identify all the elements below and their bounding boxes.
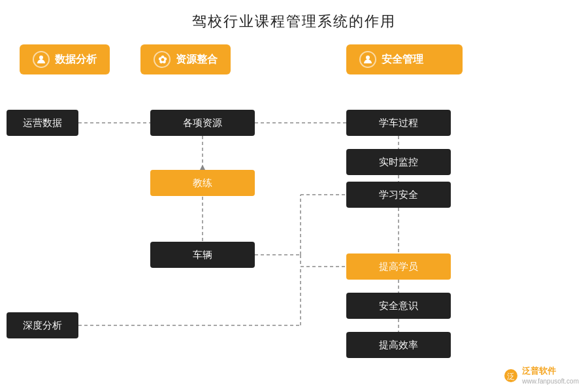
safety-text: 安全管理 [382, 53, 423, 67]
svg-text:提高学员: 提高学员 [379, 261, 418, 272]
svg-text:安全意识: 安全意识 [379, 300, 418, 311]
svg-marker-16 [200, 165, 205, 170]
category-data-analysis: 运营数据 数据分析 [20, 44, 110, 74]
diagram-svg: 运营数据 各项资源 教练 车辆 深度分析 学车过程 实时监控 学习安全 提高学员… [0, 85, 588, 385]
resource-text: 资源整合 [176, 53, 218, 67]
svg-text:学习安全: 学习安全 [379, 189, 418, 200]
watermark-text: 泛普软件 www.fanpusoft.com [522, 366, 579, 385]
resource-icon: ✿ [154, 51, 171, 68]
watermark-name: 泛普软件 [522, 366, 579, 377]
data-analysis-text: 数据分析 [55, 53, 97, 67]
svg-text:各项资源: 各项资源 [183, 117, 222, 128]
svg-point-0 [39, 56, 43, 59]
svg-text:深度分析: 深度分析 [23, 319, 62, 331]
svg-text:教练: 教练 [193, 177, 212, 188]
safety-icon [359, 51, 376, 68]
watermark-url: www.fanpusoft.com [522, 377, 579, 385]
svg-point-1 [366, 56, 370, 59]
svg-text:实时监控: 实时监控 [379, 156, 418, 167]
data-analysis-icon [33, 51, 50, 68]
category-safety: 安全管理 [346, 44, 463, 74]
svg-text:提高效率: 提高效率 [379, 339, 418, 350]
svg-text:运营数据: 运营数据 [23, 117, 62, 128]
watermark-logo-icon: 泛 [504, 368, 518, 383]
watermark: 泛 泛普软件 www.fanpusoft.com [504, 366, 579, 385]
svg-text:车辆: 车辆 [193, 249, 212, 260]
category-resource: ✿ 资源整合 [140, 44, 231, 74]
svg-text:学车过程: 学车过程 [379, 117, 418, 128]
svg-text:泛: 泛 [507, 372, 515, 381]
page-title: 驾校行业课程管理系统的作用 [0, 0, 588, 31]
